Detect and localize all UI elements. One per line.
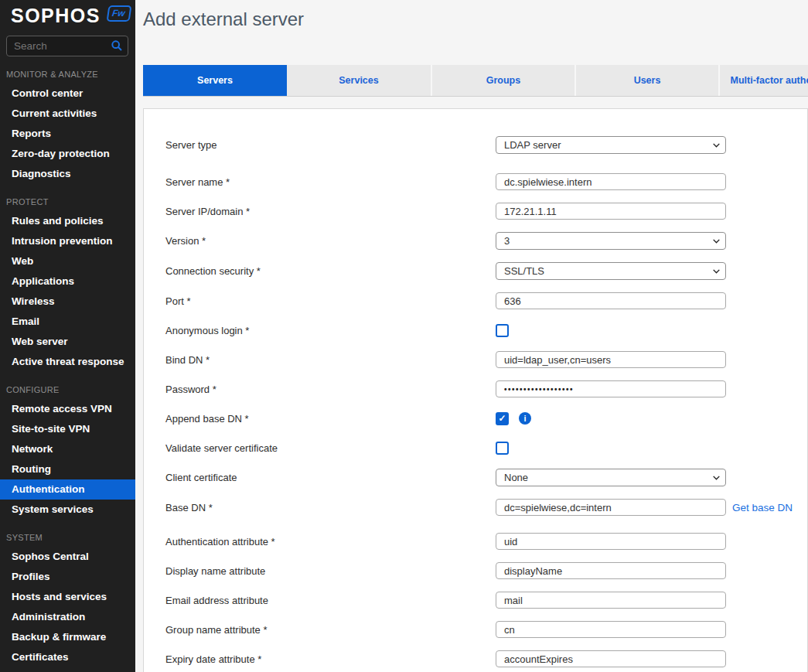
sidebar-item-sophos-central[interactable]: Sophos Central (0, 547, 135, 567)
group-name-attribute-input[interactable] (496, 621, 726, 638)
form-row-display-name-attribute: Display name attribute (165, 562, 807, 579)
sophos-logo: SOPHOS (11, 5, 101, 26)
field-label: Bind DN * (165, 354, 496, 366)
sidebar-item-site-to-site-vpn[interactable]: Site-to-site VPN (0, 419, 135, 439)
client-certificate-select[interactable]: None (496, 469, 726, 486)
authentication-attribute-input[interactable] (496, 533, 726, 550)
sidebar-item-backup-firmware[interactable]: Backup & firmware (0, 627, 135, 647)
field-label: Group name attribute * (165, 624, 496, 636)
form-row-port: Port * (165, 292, 807, 309)
sidebar-item-control-center[interactable]: Control center (0, 84, 135, 104)
server-form: Server typeLDAP serverServer name *Serve… (165, 136, 807, 667)
field-control (496, 592, 726, 609)
field-label: Append base DN * (165, 413, 496, 425)
sidebar-item-current-activities[interactable]: Current activities (0, 104, 135, 124)
form-row-anonymous-login: Anonymous login * (165, 322, 807, 339)
sidebar-item-profiles[interactable]: Profiles (0, 567, 135, 587)
sidebar-section-title: PROTECT (6, 197, 135, 206)
field-label: Base DN * (165, 502, 496, 513)
port-input[interactable] (496, 292, 726, 309)
field-label: Authentication attribute * (165, 536, 496, 547)
sidebar-item-zero-day-protection[interactable]: Zero-day protection (0, 144, 135, 164)
tab-multi-factor-authentication[interactable]: Multi-factor authentication (718, 65, 808, 96)
field-label: Password * (165, 384, 496, 395)
sidebar-item-web[interactable]: Web (0, 251, 135, 271)
field-control (496, 442, 509, 455)
field-control (496, 292, 726, 309)
field-control (496, 203, 726, 220)
password-input[interactable] (496, 380, 726, 397)
chevron-down-icon (711, 236, 721, 246)
field-control: 3 (496, 232, 726, 250)
sidebar-item-hosts-and-services[interactable]: Hosts and services (0, 587, 135, 607)
server-name-input[interactable] (496, 173, 726, 190)
sidebar-section-title: MONITOR & ANALYZE (6, 70, 135, 79)
anonymous-login-checkbox[interactable] (496, 324, 509, 337)
sidebar-item-active-threat-response[interactable]: Active threat response (0, 352, 135, 372)
field-control: LDAP server (496, 136, 726, 154)
sidebar-item-remote-access-vpn[interactable]: Remote access VPN (0, 399, 135, 419)
field-control (496, 562, 726, 579)
form-row-expiry-date-attribute: Expiry date attribute * (165, 650, 807, 667)
sidebar-nav: MONITOR & ANALYZEControl centerCurrent a… (0, 70, 135, 667)
sidebar-item-system-services[interactable]: System services (0, 500, 135, 520)
field-control: Get base DN (496, 499, 793, 516)
sidebar-section-title: CONFIGURE (6, 385, 135, 394)
field-label: Port * (165, 295, 496, 307)
sidebar-item-administration[interactable]: Administration (0, 607, 135, 627)
sidebar-item-email[interactable]: Email (0, 312, 135, 332)
selected-value: SSL/TLS (504, 265, 544, 277)
form-row-append-base-dn: Append base DN *✓i (165, 410, 807, 427)
tab-bar: ServersServicesGroupsUsersMulti-factor a… (143, 65, 808, 97)
form-row-client-certificate: Client certificateNone (165, 469, 807, 486)
field-label: Expiry date attribute * (165, 653, 496, 665)
form-row-base-dn: Base DN *Get base DN (165, 499, 807, 516)
field-label: Email address attribute (165, 595, 496, 606)
form-row-server-name: Server name * (165, 173, 807, 190)
main-content: Add external server ServersServicesGroup… (135, 0, 808, 672)
field-control (496, 324, 509, 337)
server-type-select[interactable]: LDAP server (496, 136, 726, 154)
page-title: Add external server (135, 0, 808, 31)
get-base-dn-link[interactable]: Get base DN (732, 502, 793, 513)
validate-server-certificate-checkbox[interactable] (496, 442, 509, 455)
field-label: Server type (165, 139, 496, 151)
email-address-attribute-input[interactable] (496, 592, 726, 609)
connection-security-select[interactable]: SSL/TLS (496, 262, 726, 280)
form-row-email-address-attribute: Email address attribute (165, 592, 807, 609)
field-control (496, 351, 726, 368)
sidebar-item-wireless[interactable]: Wireless (0, 292, 135, 312)
info-icon[interactable]: i (519, 412, 531, 425)
expiry-date-attribute-input[interactable] (496, 650, 726, 667)
logo-row: SOPHOS Fw (0, 0, 135, 26)
form-row-connection-security: Connection security *SSL/TLS (165, 262, 807, 280)
display-name-attribute-input[interactable] (496, 562, 726, 579)
sidebar-item-network[interactable]: Network (0, 439, 135, 459)
selected-value: None (504, 472, 528, 483)
sidebar-item-diagnostics[interactable]: Diagnostics (0, 164, 135, 184)
base-dn-input[interactable] (496, 499, 726, 516)
sidebar-item-rules-and-policies[interactable]: Rules and policies (0, 211, 135, 231)
append-base-dn-checkbox[interactable]: ✓ (496, 412, 509, 425)
selected-value: LDAP server (504, 139, 561, 151)
sidebar-item-intrusion-prevention[interactable]: Intrusion prevention (0, 231, 135, 251)
field-label: Validate server certificate (165, 442, 496, 454)
tab-users[interactable]: Users (574, 65, 718, 96)
version-select[interactable]: 3 (496, 232, 726, 250)
sidebar-item-applications[interactable]: Applications (0, 271, 135, 292)
server-ip-domain-input[interactable] (496, 203, 726, 220)
field-label: Client certificate (165, 472, 496, 483)
form-row-server-ip-domain: Server IP/domain * (165, 203, 807, 220)
sidebar-item-routing[interactable]: Routing (0, 459, 135, 479)
sidebar-item-reports[interactable]: Reports (0, 124, 135, 144)
tab-servers[interactable]: Servers (143, 65, 287, 96)
bind-dn-input[interactable] (496, 351, 726, 368)
search-icon[interactable] (111, 39, 123, 55)
tab-groups[interactable]: Groups (431, 65, 574, 96)
field-control: SSL/TLS (496, 262, 726, 280)
field-label: Anonymous login * (165, 325, 496, 336)
sidebar-item-certificates[interactable]: Certificates (0, 647, 135, 667)
sidebar-item-web-server[interactable]: Web server (0, 332, 135, 352)
sidebar-item-authentication[interactable]: Authentication (0, 479, 135, 500)
tab-services[interactable]: Services (287, 65, 431, 96)
